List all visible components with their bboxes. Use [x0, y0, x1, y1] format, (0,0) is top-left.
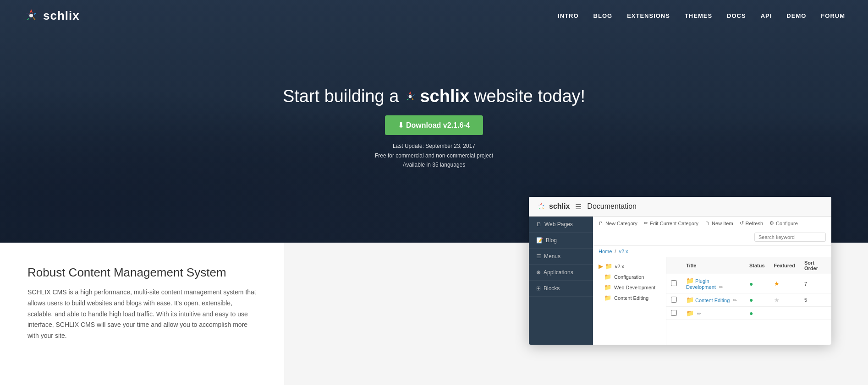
- row2-featured: ★: [769, 293, 800, 307]
- col-sort-order[interactable]: Sort Order: [800, 257, 831, 274]
- doc-panel-logo: schlix: [536, 201, 570, 211]
- table-row: 📁 Plugin Development ✏ ● ★ 7: [666, 274, 831, 293]
- hamburger-icon[interactable]: ☰: [575, 202, 582, 211]
- row3-title: 📁 ✏: [681, 307, 745, 320]
- refresh-button[interactable]: ↺ Refresh: [740, 220, 764, 226]
- cms-heading: Robust Content Management System: [27, 266, 257, 280]
- hero-meta: Last Update: September 23, 2017 Free for…: [375, 141, 493, 169]
- sidebar-item-web-pages[interactable]: 🗋 Web Pages: [529, 217, 593, 233]
- tree-root[interactable]: ▶ 📁 v2.x: [593, 261, 666, 271]
- nav-demo[interactable]: DEMO: [786, 11, 806, 20]
- navbar: schlix INTRO BLOG EXTENSIONS THEMES DOCS…: [0, 0, 868, 31]
- doc-body: 🗋 Web Pages 📝 Blog ☰ Menus ⊕ Application…: [529, 217, 831, 345]
- doc-logo-text: schlix: [549, 202, 570, 211]
- bottom-section: Robust Content Management System SCHLIX …: [0, 243, 868, 385]
- doc-panel-title: Documentation: [587, 202, 637, 211]
- svg-marker-9: [411, 98, 414, 101]
- tree-web-development-icon: 📁: [604, 284, 611, 291]
- hero-title: Start building a schlix website today!: [283, 87, 585, 106]
- breadcrumb-home[interactable]: Home: [599, 249, 612, 254]
- doc-sidebar: 🗋 Web Pages 📝 Blog ☰ Menus ⊕ Application…: [529, 217, 593, 345]
- row3-checkbox[interactable]: [666, 307, 681, 320]
- svg-marker-15: [542, 207, 544, 209]
- hero-meta-update: Last Update: September 23, 2017: [375, 141, 493, 151]
- row3-featured: [769, 307, 800, 320]
- hero-meta-languages: Available in 35 languages: [375, 160, 493, 169]
- row2-star-icon[interactable]: ★: [774, 297, 780, 304]
- nav-intro[interactable]: INTRO: [558, 11, 578, 20]
- blocks-icon: ⊞: [536, 285, 541, 292]
- sidebar-item-menus[interactable]: ☰ Menus: [529, 249, 593, 265]
- new-item-button[interactable]: 🗋 New Item: [705, 221, 733, 226]
- col-featured[interactable]: Featured: [769, 257, 800, 274]
- hero-meta-license: Free for commercial and non-commercial p…: [375, 151, 493, 160]
- doc-main: 🗋 New Category ✏ Edit Current Category 🗋…: [593, 217, 831, 345]
- row1-title: 📁 Plugin Development ✏: [681, 274, 745, 293]
- new-category-button[interactable]: 🗋 New Category: [599, 221, 637, 226]
- svg-marker-10: [407, 98, 410, 100]
- row3-status-icon: ●: [749, 309, 753, 317]
- col-status[interactable]: Status: [745, 257, 769, 274]
- table-header-row: Title Status Featured Sort Order: [666, 257, 831, 274]
- sidebar-item-blocks[interactable]: ⊞ Blocks: [529, 281, 593, 297]
- checkbox-3[interactable]: [671, 310, 677, 316]
- table-row: 📁 Content Editing ✏ ● ★ 5: [666, 293, 831, 307]
- row1-folder-icon: 📁: [686, 277, 694, 284]
- navbar-logo-text: schlix: [43, 9, 80, 23]
- row3-edit-icon[interactable]: ✏: [697, 311, 701, 316]
- nav-themes[interactable]: THEMES: [685, 11, 712, 20]
- cms-description: SCHLIX CMS is a high performance, multi-…: [27, 287, 257, 342]
- row1-sort: 7: [800, 274, 831, 293]
- edit-category-button[interactable]: ✏ Edit Current Category: [644, 220, 698, 226]
- svg-marker-1: [29, 9, 33, 14]
- row2-status-icon: ●: [749, 296, 753, 304]
- col-checkbox: [666, 257, 681, 274]
- checkbox-2[interactable]: [671, 297, 677, 303]
- svg-point-12: [409, 95, 412, 98]
- row1-checkbox[interactable]: [666, 274, 681, 293]
- col-title[interactable]: Title: [681, 257, 745, 274]
- doc-toolbar: 🗋 New Category ✏ Edit Current Category 🗋…: [593, 217, 831, 246]
- doc-table-area: Title Status Featured Sort Order: [666, 257, 831, 345]
- row2-status: ●: [745, 293, 769, 307]
- schlix-logo-icon: [23, 7, 39, 24]
- edit-category-icon: ✏: [644, 220, 648, 226]
- navbar-logo[interactable]: schlix: [23, 7, 80, 24]
- cms-info: Robust Content Management System SCHLIX …: [0, 243, 284, 385]
- tree-web-development[interactable]: 📁 Web Development: [593, 282, 666, 293]
- search-input[interactable]: [754, 233, 826, 242]
- breadcrumb-v2x[interactable]: v2.x: [619, 249, 628, 254]
- row2-sort: 5: [800, 293, 831, 307]
- tree-configuration[interactable]: 📁 Configuration: [593, 271, 666, 282]
- nav-api[interactable]: API: [761, 11, 772, 20]
- row1-featured: ★: [769, 274, 800, 293]
- menus-icon: ☰: [536, 253, 541, 260]
- configure-icon: ⚙: [769, 220, 774, 226]
- download-button[interactable]: ⬇ Download v2.1.6-4: [385, 115, 483, 135]
- nav-docs[interactable]: DOCS: [727, 11, 746, 20]
- doc-tree: ▶ 📁 v2.x 📁 Configuration 📁 Web Developme…: [593, 257, 666, 345]
- table-row: 📁 ✏ ●: [666, 307, 831, 320]
- row1-edit-icon[interactable]: ✏: [719, 284, 723, 290]
- tree-content-editing[interactable]: 📁 Content Editing: [593, 293, 666, 303]
- nav-extensions[interactable]: EXTENSIONS: [627, 11, 670, 20]
- tree-content-editing-icon: 📁: [604, 294, 611, 301]
- row3-sort: [800, 307, 831, 320]
- svg-marker-13: [540, 202, 543, 205]
- new-category-icon: 🗋: [599, 221, 604, 226]
- row1-star-icon[interactable]: ★: [774, 280, 780, 287]
- row1-status-icon: ●: [749, 280, 753, 287]
- nav-blog[interactable]: BLOG: [593, 11, 613, 20]
- row2-checkbox[interactable]: [666, 293, 681, 307]
- doc-panel: schlix ☰ Documentation 🗋 Web Pages 📝 Blo…: [529, 197, 831, 345]
- sidebar-item-applications[interactable]: ⊕ Applications: [529, 265, 593, 281]
- sidebar-item-blog[interactable]: 📝 Blog: [529, 233, 593, 249]
- applications-icon: ⊕: [536, 269, 541, 276]
- checkbox-1[interactable]: [671, 280, 677, 286]
- row2-edit-icon[interactable]: ✏: [733, 298, 737, 303]
- blog-icon: 📝: [536, 237, 543, 244]
- web-pages-icon: 🗋: [536, 221, 542, 228]
- configure-button[interactable]: ⚙ Configure: [769, 220, 798, 226]
- nav-forum[interactable]: FORUM: [821, 11, 845, 20]
- row2-link[interactable]: Content Editing: [695, 298, 730, 303]
